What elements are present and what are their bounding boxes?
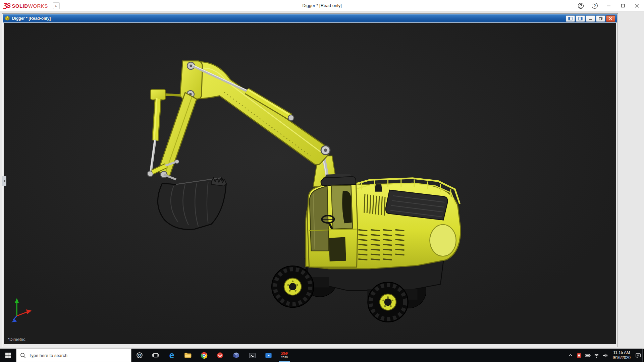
cube-app-icon xyxy=(232,352,240,359)
taskbar-chrome-button[interactable] xyxy=(196,349,212,362)
stick-cylinder xyxy=(147,98,158,177)
red-app-icon xyxy=(216,352,224,359)
app-close-button[interactable] xyxy=(630,0,644,11)
windshield xyxy=(310,186,329,251)
document-window-controls xyxy=(566,15,615,22)
taskbar-cube-app-button[interactable] xyxy=(228,349,244,362)
pinned-apps: e xyxy=(131,349,292,362)
document-title: Digger * [Read-only] xyxy=(12,16,51,21)
minimize-icon xyxy=(607,4,611,8)
solidworks-icon: SW xyxy=(281,352,288,356)
chevron-up-icon xyxy=(568,353,573,358)
cab xyxy=(308,174,358,267)
doc-restore-button[interactable] xyxy=(596,15,605,22)
collapsed-panel-tab[interactable] xyxy=(2,176,6,186)
doc-minimize-button[interactable] xyxy=(586,15,595,22)
task-view-icon xyxy=(152,352,159,359)
tray-network-button[interactable] xyxy=(592,349,601,362)
solidworks-wordmark: SOLIDWORKS xyxy=(12,3,48,9)
cortana-icon xyxy=(136,352,143,359)
taskbar-task-view-button[interactable] xyxy=(148,349,164,362)
front-wheel xyxy=(272,266,314,307)
boom-arm xyxy=(184,62,329,165)
body-end-panel xyxy=(430,225,456,256)
doc-close-button[interactable] xyxy=(606,15,615,22)
taskbar-red-app-button[interactable] xyxy=(212,349,228,362)
tray-overflow-button[interactable] xyxy=(566,349,575,362)
taskbar-solidworks-button[interactable]: SW 2020 xyxy=(276,349,292,362)
solidworks-version-badge: 2020 xyxy=(281,356,288,359)
edge-icon: e xyxy=(169,351,174,360)
action-center-button[interactable] xyxy=(634,349,642,362)
graphics-viewport[interactable]: *Dimetric xyxy=(4,23,616,344)
file-explorer-icon xyxy=(184,351,192,359)
wifi-icon xyxy=(593,352,600,359)
document-titlebar[interactable]: Digger * [Read-only] xyxy=(3,14,617,22)
part-document-icon xyxy=(5,16,10,21)
document-window: Digger * [Read-only] xyxy=(2,13,618,347)
orientation-triad[interactable] xyxy=(11,298,32,322)
solidworks-app-window: ƷS SOLIDWORKS ▸ Digger * [Read-only] ? xyxy=(0,0,644,362)
minimize-icon xyxy=(589,17,592,20)
tray-app-button[interactable] xyxy=(575,349,584,362)
taskbar-media-app-button[interactable] xyxy=(260,349,276,362)
chevron-left-icon xyxy=(3,180,5,182)
chrome-icon xyxy=(200,352,208,359)
close-icon xyxy=(635,4,639,8)
maximize-icon xyxy=(621,4,625,8)
app-maximize-button[interactable] xyxy=(616,0,630,11)
system-tray: 11:15 AM 9/16/2020 xyxy=(566,349,644,362)
pane-right-button[interactable] xyxy=(576,15,585,22)
windows-logo-icon xyxy=(5,352,11,358)
taskbar-command-prompt-button[interactable] xyxy=(244,349,260,362)
command-prompt-icon xyxy=(249,352,256,359)
app-window-controls: ? xyxy=(574,0,644,11)
user-account-icon xyxy=(578,3,584,9)
app-titlebar[interactable]: ƷS SOLIDWORKS ▸ Digger * [Read-only] ? xyxy=(0,0,644,11)
start-button[interactable] xyxy=(0,349,16,362)
app-minimize-button[interactable] xyxy=(602,0,616,11)
clock-date: 9/16/2020 xyxy=(613,355,631,360)
app-window-title: Digger * [Read-only] xyxy=(0,0,644,11)
help-icon: ? xyxy=(592,3,598,9)
windows-taskbar: e xyxy=(0,349,644,362)
clock-time: 11:15 AM xyxy=(613,350,630,355)
close-icon xyxy=(609,17,612,20)
exhaust-stub xyxy=(375,184,382,192)
menu-expand-button[interactable]: ▸ xyxy=(53,2,60,9)
solidworks-brand: ƷS SOLIDWORKS ▸ xyxy=(3,0,60,11)
restore-icon xyxy=(599,16,603,20)
action-center-icon xyxy=(635,352,641,359)
door-lower-panel xyxy=(329,237,346,261)
tray-battery-button[interactable] xyxy=(584,349,592,362)
search-icon xyxy=(20,353,26,358)
media-app-icon xyxy=(265,352,272,359)
help-button[interactable]: ? xyxy=(588,0,602,11)
wordmark-solid: SOLID xyxy=(12,3,28,9)
tray-app-icon xyxy=(577,353,582,358)
view-orientation-label: *Dimetric xyxy=(8,337,25,342)
excavator-3d-model[interactable] xyxy=(4,23,616,344)
taskbar-file-explorer-button[interactable] xyxy=(180,349,196,362)
speaker-icon xyxy=(602,352,608,359)
wordmark-works: WORKS xyxy=(28,3,48,9)
show-desktop-button[interactable] xyxy=(642,349,644,362)
dassault-3ds-logo-icon: ƷS xyxy=(3,2,10,9)
pane-left-icon xyxy=(568,17,573,20)
pane-left-button[interactable] xyxy=(566,15,575,22)
bucket xyxy=(158,178,226,230)
rear-wheel xyxy=(368,282,408,322)
account-button[interactable] xyxy=(574,0,588,11)
tray-volume-button[interactable] xyxy=(601,349,610,362)
search-input[interactable] xyxy=(29,353,127,358)
stick-cylinder-bracket xyxy=(151,89,165,100)
taskbar-clock[interactable]: 11:15 AM 9/16/2020 xyxy=(610,349,634,362)
seat xyxy=(342,191,352,223)
battery-icon xyxy=(585,352,591,359)
pane-right-icon xyxy=(578,17,583,20)
taskbar-edge-button[interactable]: e xyxy=(164,349,180,362)
taskbar-cortana-button[interactable] xyxy=(131,349,148,362)
taskbar-search[interactable] xyxy=(16,349,131,362)
